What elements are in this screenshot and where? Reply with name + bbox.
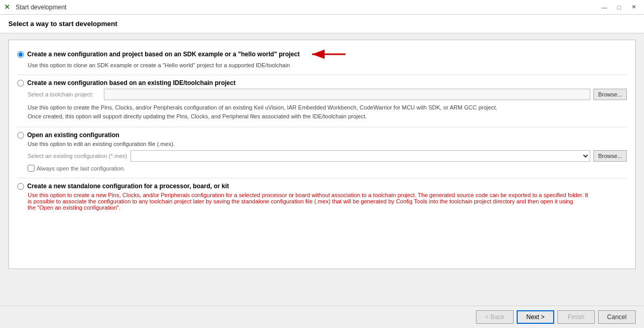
content-area: Create a new configuration and project b… bbox=[0, 33, 644, 306]
option-1-radio[interactable] bbox=[17, 51, 24, 58]
option-3-radio[interactable] bbox=[17, 132, 24, 139]
window-controls: — □ ✕ bbox=[598, 2, 640, 13]
config-browse-button[interactable]: Browse... bbox=[593, 150, 627, 162]
option-2-radio[interactable] bbox=[17, 80, 24, 87]
option-3-desc: Use this option to edit an existing conf… bbox=[28, 141, 627, 147]
maximize-button[interactable]: □ bbox=[613, 2, 625, 13]
minimize-button[interactable]: — bbox=[598, 2, 611, 13]
bottom-bar: < Back Next > Finish Cancel bbox=[0, 306, 644, 328]
app-icon: ✕ bbox=[4, 3, 13, 11]
divider-2 bbox=[17, 127, 627, 127]
option-3: Open an existing configuration Use this … bbox=[17, 131, 627, 172]
option-2-input-row: Select a toolchain project: Browse... bbox=[28, 89, 627, 100]
option-3-title[interactable]: Open an existing configuration bbox=[27, 131, 120, 139]
options-panel: Create a new configuration and project b… bbox=[8, 40, 636, 269]
option-3-label-row: Open an existing configuration bbox=[17, 131, 627, 139]
option-1-title[interactable]: Create a new configuration and project b… bbox=[27, 51, 300, 58]
divider-1 bbox=[17, 75, 627, 75]
cancel-button[interactable]: Cancel bbox=[598, 310, 636, 324]
close-button[interactable]: ✕ bbox=[627, 2, 640, 13]
next-button[interactable]: Next > bbox=[517, 310, 554, 324]
option-1: Create a new configuration and project b… bbox=[17, 48, 627, 68]
option-2: Create a new configuration based on an e… bbox=[17, 79, 627, 120]
option-3-input-row: Select an existing configuration (*.mex)… bbox=[28, 150, 627, 162]
page-title: Select a way to start development bbox=[8, 20, 117, 28]
option-4-label-row: Create a new standalone configuration fo… bbox=[17, 183, 627, 190]
option-1-label-row: Create a new configuration and project b… bbox=[17, 48, 627, 60]
option-4-title[interactable]: Create a new standalone configuration fo… bbox=[27, 183, 229, 190]
toolchain-input-label: Select a toolchain project: bbox=[28, 91, 101, 98]
toolchain-browse-button[interactable]: Browse... bbox=[593, 89, 627, 100]
option-1-desc: Use this option to clone an SDK example … bbox=[28, 62, 627, 68]
title-bar: ✕ Start development — □ ✕ bbox=[0, 0, 644, 15]
finish-button[interactable]: Finish bbox=[557, 310, 595, 324]
config-select-label: Select an existing configuration (*.mex) bbox=[28, 153, 127, 159]
always-open-checkbox[interactable] bbox=[28, 165, 34, 172]
toolchain-input[interactable] bbox=[104, 89, 590, 100]
option-3-checkbox-row: Always open the last configuration. bbox=[28, 165, 627, 172]
page-header: Select a way to start development bbox=[0, 15, 644, 33]
option-2-label-row: Create a new configuration based on an e… bbox=[17, 79, 627, 87]
option-4-desc: Use this option to create a new Pins, Cl… bbox=[28, 192, 627, 211]
main-window: ✕ Start development — □ ✕ Select a way t… bbox=[0, 0, 644, 328]
red-arrow-icon bbox=[308, 48, 350, 60]
title-bar-left: ✕ Start development bbox=[4, 3, 66, 11]
config-select[interactable] bbox=[130, 150, 590, 162]
option-4-radio[interactable] bbox=[17, 183, 24, 190]
option-2-desc: Use this option to create the Pins, Cloc… bbox=[28, 103, 627, 120]
back-button[interactable]: < Back bbox=[476, 310, 514, 324]
option-4: Create a new standalone configuration fo… bbox=[17, 183, 627, 211]
always-open-label[interactable]: Always open the last configuration. bbox=[37, 165, 125, 172]
divider-3 bbox=[17, 178, 627, 178]
window-title: Start development bbox=[16, 4, 66, 11]
option-2-title[interactable]: Create a new configuration based on an e… bbox=[27, 79, 235, 87]
